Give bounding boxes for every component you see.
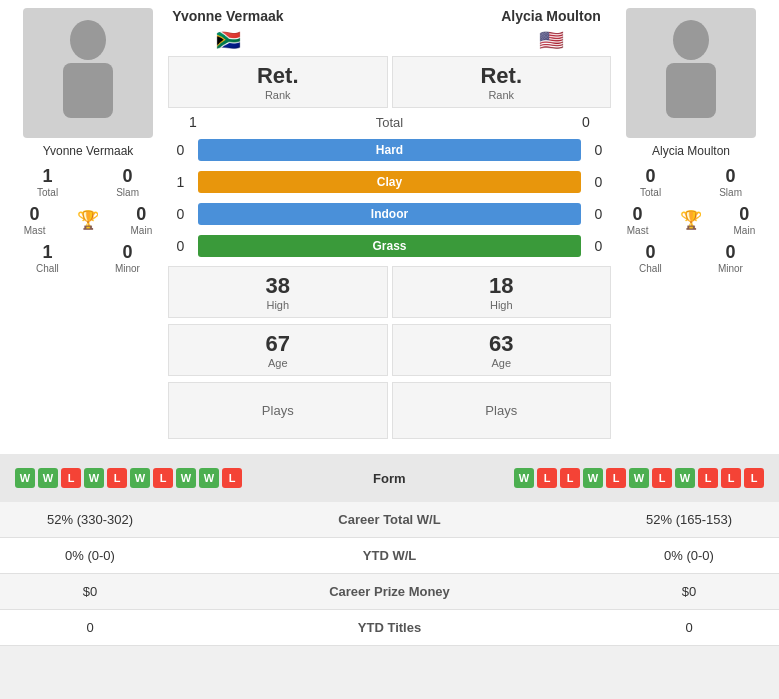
left-pill-L: L: [61, 468, 81, 488]
right-rank-block: Ret. Rank: [392, 56, 612, 108]
right-player-name: Alycia Moulton: [652, 144, 730, 158]
stats-row-1: 0% (0-0) YTD W/L 0% (0-0): [0, 538, 779, 574]
stats-right-2: $0: [614, 584, 764, 599]
stats-left-3: 0: [15, 620, 165, 635]
stats-left-2: $0: [15, 584, 165, 599]
left-pill-W: W: [130, 468, 150, 488]
surface-left-score: 0: [168, 206, 193, 222]
right-rank-value: Ret.: [480, 63, 522, 89]
svg-rect-1: [63, 63, 113, 118]
surface-row-hard: 0 Hard 0: [168, 134, 611, 166]
left-player-silhouette: [48, 18, 128, 128]
stats-row-2: $0 Career Prize Money $0: [0, 574, 779, 610]
right-age-value: 63: [489, 331, 513, 357]
right-flag: 🇺🇸: [539, 28, 564, 52]
rank-row: Ret. Rank Ret. Rank: [168, 56, 611, 110]
svg-rect-3: [666, 63, 716, 118]
right-trophy-row: 0 Mast 🏆 0 Main: [611, 204, 771, 236]
stats-label-1: YTD W/L: [165, 548, 614, 563]
left-rank-label: Rank: [265, 89, 291, 101]
left-chall-value: 1: [42, 242, 52, 263]
right-high-value: 18: [489, 273, 513, 299]
left-pill-L: L: [222, 468, 242, 488]
left-chall-minor-row: 1 Chall 0 Minor: [8, 242, 168, 274]
left-total-surface: 1: [178, 114, 208, 130]
right-main-label: Main: [734, 225, 756, 236]
left-pill-W: W: [199, 468, 219, 488]
left-age-block: 67 Age: [168, 324, 388, 376]
right-age-label: Age: [491, 357, 511, 369]
surface-badge-indoor: Indoor: [198, 203, 581, 225]
surface-right-score: 0: [586, 238, 611, 254]
left-total-label: Total: [37, 187, 58, 198]
form-label: Form: [265, 471, 515, 486]
left-plays-block: Plays: [168, 382, 388, 439]
right-plays-block: Plays: [392, 382, 612, 439]
surface-row-indoor: 0 Indoor 0: [168, 198, 611, 230]
right-chall-label: Chall: [639, 263, 662, 274]
left-main-value: 0: [136, 204, 146, 225]
right-chall-value: 0: [645, 242, 655, 263]
left-player-photo: [23, 8, 153, 138]
right-chall: 0 Chall: [639, 242, 662, 274]
surface-left-score: 0: [168, 142, 193, 158]
top-section: Yvonne Vermaak 1 Total 0 Slam 0 Mast 🏆: [0, 0, 779, 449]
form-section: WWLWLWLWWL Form WLLWLWLWLLL: [0, 454, 779, 502]
right-minor: 0 Minor: [718, 242, 743, 274]
right-pill-W: W: [583, 468, 603, 488]
left-minor-label: Minor: [115, 263, 140, 274]
left-high-value: 38: [266, 273, 290, 299]
right-pill-L: L: [721, 468, 741, 488]
svg-point-0: [70, 20, 106, 60]
stats-label-0: Career Total W/L: [165, 512, 614, 527]
right-mast: 0 Mast: [627, 204, 649, 236]
stats-row-0: 52% (330-302) Career Total W/L 52% (165-…: [0, 502, 779, 538]
stats-right-3: 0: [614, 620, 764, 635]
left-pill-W: W: [15, 468, 35, 488]
age-row: 67 Age 63 Age: [168, 324, 611, 378]
stats-label-2: Career Prize Money: [165, 584, 614, 599]
left-total-value: 1: [43, 166, 53, 187]
right-mast-value: 0: [633, 204, 643, 225]
right-chall-minor-row: 0 Chall 0 Minor: [611, 242, 771, 274]
total-area: 1 Total 0: [168, 110, 611, 134]
right-pill-L: L: [744, 468, 764, 488]
left-age-value: 67: [266, 331, 290, 357]
right-player-card: Alycia Moulton 0 Total 0 Slam 0 Mast 🏆: [611, 8, 771, 441]
left-player-card: Yvonne Vermaak 1 Total 0 Slam 0 Mast 🏆: [8, 8, 168, 441]
right-total: 0 Total: [640, 166, 661, 198]
stats-table: 52% (330-302) Career Total W/L 52% (165-…: [0, 502, 779, 646]
right-pill-L: L: [606, 468, 626, 488]
surface-row-grass: 0 Grass 0: [168, 230, 611, 262]
left-slam-label: Slam: [116, 187, 139, 198]
right-minor-value: 0: [725, 242, 735, 263]
surface-left-score: 0: [168, 238, 193, 254]
surface-right-score: 0: [586, 174, 611, 190]
left-mast: 0 Mast: [24, 204, 46, 236]
surface-right-score: 0: [586, 206, 611, 222]
left-pill-L: L: [107, 468, 127, 488]
left-high-label: High: [266, 299, 289, 311]
right-rank-label: Rank: [488, 89, 514, 101]
surface-left-score: 1: [168, 174, 193, 190]
left-slam: 0 Slam: [116, 166, 139, 198]
left-trophy-icon: 🏆: [77, 209, 99, 231]
stats-left-0: 52% (330-302): [15, 512, 165, 527]
left-center-name: Yvonne Vermaak: [172, 8, 283, 24]
surface-badge-hard: Hard: [198, 139, 581, 161]
right-pill-L: L: [560, 468, 580, 488]
surface-badge-grass: Grass: [198, 235, 581, 257]
right-mast-label: Mast: [627, 225, 649, 236]
stats-right-1: 0% (0-0): [614, 548, 764, 563]
right-slam-value: 0: [726, 166, 736, 187]
right-player-photo: [626, 8, 756, 138]
stats-left-1: 0% (0-0): [15, 548, 165, 563]
left-pill-W: W: [38, 468, 58, 488]
stats-right-0: 52% (165-153): [614, 512, 764, 527]
total-label: Total: [208, 115, 571, 130]
right-minor-label: Minor: [718, 263, 743, 274]
svg-point-2: [673, 20, 709, 60]
right-total-surface: 0: [571, 114, 601, 130]
right-player-silhouette: [651, 18, 731, 128]
left-chall-label: Chall: [36, 263, 59, 274]
